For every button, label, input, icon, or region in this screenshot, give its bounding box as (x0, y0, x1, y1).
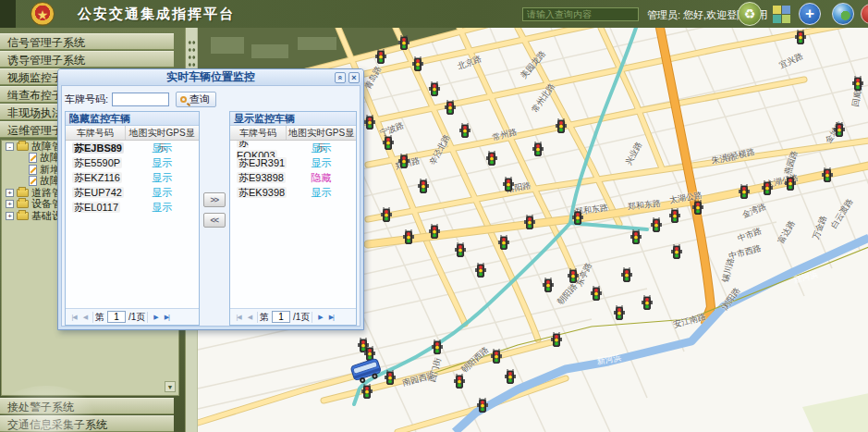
traffic-signal-icon[interactable] (620, 267, 633, 282)
traffic-signal-icon[interactable] (458, 123, 471, 138)
table-row[interactable]: 苏EUP742显示 (66, 185, 199, 200)
traffic-signal-icon[interactable] (374, 49, 387, 64)
traffic-signal-icon[interactable] (431, 339, 444, 354)
monitored-vehicle-bus-icon[interactable] (349, 356, 385, 384)
traffic-signal-icon[interactable] (668, 208, 681, 223)
next-page-button[interactable]: ▶ (150, 314, 161, 321)
traffic-signal-icon[interactable] (361, 384, 373, 399)
tree-twisty-icon[interactable]: + (6, 189, 14, 197)
plate-number-input[interactable] (112, 93, 169, 106)
sidebar-item-1[interactable]: 诱导管理子系统 (0, 51, 174, 68)
page-number-input[interactable] (107, 311, 126, 323)
traffic-signal-icon[interactable] (550, 332, 563, 347)
gps-action-cell: 隐藏 (287, 171, 356, 185)
move-left-button[interactable]: << (203, 213, 226, 228)
traffic-signal-icon[interactable] (738, 184, 751, 199)
traffic-signal-icon[interactable] (490, 349, 503, 364)
prev-page-button[interactable]: ◀ (244, 314, 255, 321)
show-link[interactable]: 显示 (312, 157, 332, 168)
dialog-close-button[interactable]: × (348, 72, 360, 83)
header-search-input[interactable] (522, 7, 639, 21)
traffic-signal-icon[interactable] (794, 30, 807, 44)
search-button[interactable]: 查询 (176, 92, 216, 107)
traffic-signal-icon[interactable] (428, 81, 441, 96)
traffic-signal-icon[interactable] (504, 369, 517, 384)
traffic-signal-icon[interactable] (851, 76, 864, 91)
traffic-signal-icon[interactable] (670, 244, 683, 259)
traffic-signal-icon[interactable] (502, 177, 515, 191)
table-row[interactable]: 苏E5590P显示 (66, 155, 199, 170)
traffic-signal-icon[interactable] (382, 135, 395, 150)
first-page-button[interactable]: |◀ (233, 314, 244, 321)
hide-link[interactable]: 隐藏 (312, 172, 332, 183)
sidebar-bottom-item-0[interactable]: 接处警子系统 (0, 398, 174, 414)
traffic-signal-icon[interactable] (397, 35, 410, 50)
traffic-signal-icon[interactable] (474, 263, 487, 278)
show-link[interactable]: 显示 (152, 172, 172, 183)
traffic-signal-icon[interactable] (485, 151, 498, 166)
traffic-signal-icon[interactable] (567, 268, 580, 283)
traffic-signal-icon[interactable] (571, 210, 584, 225)
traffic-signal-icon[interactable] (453, 374, 466, 389)
show-link[interactable]: 显示 (152, 157, 172, 168)
table-row[interactable]: 苏EJR391显示 (230, 155, 356, 170)
traffic-signal-icon[interactable] (821, 167, 834, 182)
first-page-button[interactable]: |◀ (68, 314, 79, 321)
traffic-signal-icon[interactable] (542, 278, 555, 292)
traffic-signal-icon[interactable] (402, 229, 415, 244)
tree-twisty-icon[interactable]: + (6, 212, 14, 220)
prev-page-button[interactable]: ◀ (79, 314, 91, 321)
dialog-collapse-button[interactable]: « (335, 72, 346, 83)
traffic-signal-icon[interactable] (380, 207, 393, 222)
apps-grid-icon[interactable] (773, 6, 790, 23)
move-right-button[interactable]: >> (203, 192, 226, 207)
traffic-signal-icon[interactable] (590, 286, 603, 301)
traffic-signal-icon[interactable] (784, 176, 797, 191)
clipped-red-icon[interactable] (861, 4, 868, 24)
traffic-signal-icon[interactable] (444, 100, 457, 115)
refresh-recycle-icon[interactable]: ♻ (738, 2, 762, 26)
table-row[interactable]: 苏EL0117显示 (66, 200, 199, 215)
traffic-signal-icon[interactable] (630, 229, 642, 244)
page-number-input[interactable] (272, 311, 290, 323)
table-row[interactable]: 苏EK9398显示 (230, 185, 356, 200)
table-row[interactable]: 苏EQK003显示 (230, 141, 356, 155)
sidebar-item-0[interactable]: 信号管理子系统 (0, 33, 174, 50)
traffic-signal-icon[interactable] (428, 224, 441, 239)
traffic-signal-icon[interactable] (417, 179, 430, 193)
show-link[interactable]: 显示 (152, 142, 172, 154)
traffic-signal-icon[interactable] (532, 142, 544, 156)
globe-map-icon[interactable] (832, 3, 854, 25)
tree-scroll-down-arrow[interactable]: ▼ (165, 381, 176, 392)
traffic-signal-icon[interactable] (454, 242, 467, 257)
traffic-signal-icon[interactable] (497, 235, 510, 250)
show-link[interactable]: 显示 (312, 187, 332, 198)
add-plus-icon[interactable]: + (799, 3, 821, 25)
traffic-signal-icon[interactable] (691, 200, 704, 215)
last-page-button[interactable]: ▶| (325, 314, 336, 321)
traffic-signal-icon[interactable] (476, 398, 489, 413)
table-row[interactable]: 苏E93898隐藏 (230, 170, 356, 185)
last-page-button[interactable]: ▶| (161, 314, 172, 321)
traffic-signal-icon[interactable] (363, 115, 376, 130)
tree-twisty-icon[interactable]: - (6, 142, 14, 151)
splitter-drag-handle[interactable] (188, 39, 196, 72)
table-row[interactable]: 苏EKZ116显示 (66, 170, 199, 185)
traffic-signal-icon[interactable] (641, 295, 654, 310)
traffic-signal-icon[interactable] (555, 118, 568, 133)
traffic-signal-icon[interactable] (761, 180, 774, 195)
traffic-signal-icon[interactable] (411, 56, 424, 71)
traffic-signal-icon[interactable] (613, 305, 626, 320)
traffic-signal-icon[interactable] (523, 215, 536, 229)
table-row[interactable]: 苏EJBS89显示 (66, 141, 199, 155)
traffic-signal-icon[interactable] (397, 154, 410, 168)
traffic-signal-icon[interactable] (833, 122, 846, 137)
show-link[interactable]: 显示 (312, 142, 332, 154)
next-page-button[interactable]: ▶ (314, 314, 325, 321)
sidebar-bottom-item-1[interactable]: 交通信息采集子系统 (0, 415, 174, 432)
show-link[interactable]: 显示 (152, 187, 172, 198)
show-link[interactable]: 显示 (152, 202, 172, 213)
traffic-signal-icon[interactable] (650, 217, 663, 232)
dialog-body: 车牌号码: 查询 隐藏监控车辆 车牌号码 地图实时GPS显示 苏EJBS89显示… (61, 85, 361, 327)
tree-twisty-icon[interactable]: + (6, 200, 14, 208)
